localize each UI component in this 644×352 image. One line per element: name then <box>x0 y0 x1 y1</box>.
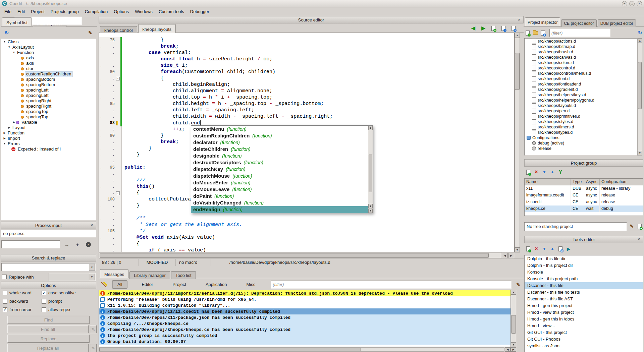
inspector-item-configurations[interactable]: Configurations <box>525 135 637 140</box>
completion-item-domouseleave[interactable]: doMouseLeave(function) <box>191 186 368 193</box>
option-from-cursor[interactable]: ✓from cursor <box>3 307 40 312</box>
tab-ce-project-editor[interactable]: CE project editor <box>561 19 596 27</box>
filter-button-editor[interactable]: Editor <box>136 280 158 289</box>
whole-word-checkbox[interactable] <box>3 291 7 295</box>
editor-horizontal-scrollbar[interactable]: ◀ ▶ <box>99 252 515 258</box>
tab-dub-project-editor[interactable]: DUB project editor <box>598 19 636 27</box>
scroll-up-icon[interactable]: ▲ <box>515 33 520 38</box>
symbol-item-spacingright[interactable]: spacingRight <box>1 104 96 109</box>
close-icon[interactable]: × <box>637 1 642 6</box>
pen-icon[interactable]: ✎ <box>87 30 94 36</box>
inspector-item-src-kheops-timers-d[interactable]: src/kheops/timers.d <box>525 124 637 130</box>
replace-all-button[interactable]: Replace all <box>7 344 89 352</box>
filter-button-all[interactable]: All <box>112 280 127 289</box>
menu-compilation[interactable]: Compilation <box>82 8 111 15</box>
from-cursor-checkbox[interactable]: ✓ <box>3 307 7 312</box>
code-line-78[interactable]: .. const float h = sizeRect.height / cc; <box>99 56 514 63</box>
move-up-icon[interactable]: ▲ <box>549 245 556 252</box>
gutter[interactable]: .. <box>99 184 122 190</box>
column-name[interactable]: Name <box>525 179 571 185</box>
fold-collapse-icon[interactable]: - <box>116 191 120 195</box>
find-all-button[interactable]: Find all <box>7 325 89 333</box>
column-configuration[interactable]: Configuration <box>600 179 643 185</box>
move-up-icon[interactable]: ▲ <box>549 169 556 175</box>
symbol-item-spacingtop[interactable]: spacingTop <box>1 109 96 114</box>
process-input-field[interactable] <box>1 240 60 248</box>
prompt-checkbox[interactable] <box>42 299 46 304</box>
symbol-item-function[interactable]: ▼Function <box>1 50 96 55</box>
scroll-up-icon[interactable]: ▲ <box>368 126 373 130</box>
collapse-icon[interactable]: ▼ <box>12 50 16 55</box>
message-row[interactable]: x11 1.0.15: building configuration "libr… <box>99 302 511 308</box>
menu-file[interactable]: File <box>1 8 14 15</box>
code-line-77[interactable]: .. case vertical: <box>99 50 514 56</box>
project-row-iz-coedit[interactable]: iz.coeditCEasyncrelease <box>525 199 643 206</box>
code-line-84[interactable]: .. child.top = h * i + _spacing.top; <box>99 95 514 101</box>
filter-button-misc[interactable]: Misc <box>241 280 261 289</box>
inspector-scrollbar[interactable]: ▲ ▼ <box>637 38 642 156</box>
go-back-icon[interactable]: ◀ <box>470 25 477 32</box>
open-source-icon[interactable]: › <box>500 25 507 32</box>
async-mode-icon[interactable]: Y <box>557 169 564 175</box>
expand-icon[interactable]: ▶ <box>7 125 11 130</box>
messages-vertical-scrollbar[interactable]: ▲ ▼ <box>511 290 516 347</box>
gutter[interactable]: .. <box>99 44 122 50</box>
scroll-down-icon[interactable]: ▼ <box>638 151 642 155</box>
completion-item-declarator[interactable]: declarator(function) <box>191 139 368 146</box>
close-icon[interactable]: × <box>89 223 94 228</box>
close-icon[interactable]: × <box>517 17 522 22</box>
code-line-75[interactable]: .75 } <box>99 37 514 44</box>
pen-icon[interactable]: ✎ <box>515 281 522 288</box>
tool-item-hmod-view-this-project[interactable]: Hmod - view this project <box>525 309 643 316</box>
inspector-item-src-kheops-fontloader-d[interactable]: src/kheops/fontloader.d <box>525 81 637 87</box>
menu-projects-group[interactable]: Projects group <box>48 8 82 15</box>
filter-button-project[interactable]: Project <box>167 280 191 289</box>
inspector-filter-input[interactable] <box>549 29 610 37</box>
scroll-up-icon[interactable]: ▲ <box>368 204 373 208</box>
send-icon[interactable]: → <box>63 241 70 248</box>
gutter[interactable]: .. <box>99 139 122 145</box>
gutter[interactable]: .. <box>99 114 122 120</box>
symbol-item-variable[interactable]: ▶Variable <box>1 120 96 125</box>
option-whole-word[interactable]: whole word <box>3 290 40 295</box>
run-tool-icon[interactable]: ▶ <box>565 245 572 252</box>
scroll-down-icon[interactable]: ▼ <box>515 247 520 252</box>
tab-project-inspector[interactable]: Project inspector <box>525 17 560 26</box>
go-forward-icon[interactable]: ▶ <box>480 25 487 32</box>
gutter[interactable]: .. <box>99 209 122 216</box>
message-row[interactable]: !/home/basile/Dev/dproj/iz/import/iz/ser… <box>99 290 511 296</box>
completion-item-domouseenter[interactable]: doMouseEnter(function) <box>191 179 368 186</box>
gutter[interactable]: .100 <box>99 196 122 203</box>
minimize-icon[interactable]: − <box>622 1 627 6</box>
column-type[interactable]: Type <box>571 179 584 185</box>
find-all-options-button[interactable]: ✎ <box>90 325 97 333</box>
collapse-icon[interactable]: ▼ <box>2 141 7 146</box>
replace-all-options-button[interactable]: ✎ <box>90 344 97 352</box>
scroll-down-icon[interactable]: ▼ <box>368 209 373 213</box>
add-project-icon[interactable]: + <box>636 223 643 230</box>
tool-item-hmod-gen-this-project[interactable]: Hmod - gen this project <box>525 302 643 309</box>
allow-regex-checkbox[interactable] <box>42 307 46 312</box>
symbol-item-class[interactable]: ▼Class <box>1 39 96 45</box>
scrollbar-thumb[interactable] <box>638 62 642 109</box>
symbol-item-spacingright[interactable]: spacingRight <box>1 98 96 104</box>
gutter[interactable]: .. <box>99 50 122 56</box>
scroll-right-icon[interactable]: ▶ <box>508 253 514 258</box>
column-async[interactable]: Async <box>584 179 600 185</box>
tool-item-konsole-this-project-path[interactable]: Konsole - this project path <box>525 276 643 282</box>
save-source-icon[interactable]: ▾ <box>540 30 546 36</box>
new-file-icon[interactable]: + <box>524 30 531 36</box>
replace-with-combobox[interactable]: ▼ <box>49 273 96 281</box>
scroll-left-icon[interactable]: ◀ <box>502 253 508 258</box>
scroll-left-icon[interactable]: ◀ <box>505 347 511 352</box>
inspector-item-src-kheops-helpers-polygons-d[interactable]: src/kheops/helpers/polygons.d <box>525 98 637 103</box>
chevron-down-icon[interactable]: ▼ <box>89 274 95 280</box>
gutter[interactable]: .90 <box>99 133 122 139</box>
completion-item-deletechildren[interactable]: deleteChildren(function) <box>191 146 368 153</box>
inspector-item-src-kheops-pen-d[interactable]: src/kheops/pen.d <box>525 108 637 114</box>
code-line-105[interactable]: .105 */ <box>99 228 514 235</box>
inspector-item-src-kheops-bitmap-d[interactable]: src/kheops/bitmap.d <box>525 44 637 49</box>
find-button[interactable]: Find <box>7 316 90 324</box>
completion-item-contextmenu[interactable]: contextMenu(function) <box>191 126 368 132</box>
symbol-item-axis[interactable]: axis <box>1 55 96 61</box>
